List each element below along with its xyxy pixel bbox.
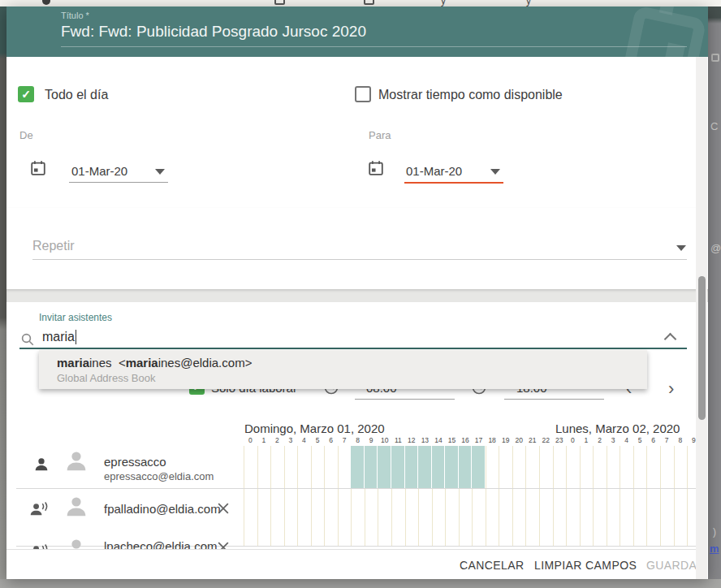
dialog-scrollbar-thumb[interactable] bbox=[698, 276, 706, 420]
clear-fields-button[interactable]: LIMPIAR CAMPOS bbox=[534, 559, 637, 572]
background-text-fragment: @ bbox=[710, 242, 721, 254]
day2-header: Lunes, Marzo 02, 2020 bbox=[555, 422, 680, 435]
from-date-value[interactable]: 01-Mar-20 bbox=[71, 164, 127, 178]
work-end-underline bbox=[504, 399, 604, 400]
invite-attendees-input[interactable]: maria bbox=[42, 330, 76, 344]
suggestion-source: Global Address Book bbox=[57, 372, 155, 384]
to-date-underline-focused bbox=[404, 182, 503, 184]
to-date-caret-icon[interactable] bbox=[490, 169, 500, 175]
autocomplete-dropdown: mariaines <mariaines@eldia.com> Global A… bbox=[39, 350, 647, 389]
calendar-icon[interactable] bbox=[29, 159, 47, 177]
show-as-free-checkbox[interactable] bbox=[355, 86, 371, 102]
screen: y y C @ ) m Título * Fwd: Fwd: Publicida… bbox=[0, 0, 721, 588]
suggestion-match: maria bbox=[57, 356, 89, 370]
background-right-edge: C @ ) m bbox=[708, 0, 721, 588]
repeat-caret-icon[interactable] bbox=[676, 245, 686, 251]
all-day-label: Todo el día bbox=[45, 88, 108, 102]
background-toolbar-fragment bbox=[42, 0, 50, 5]
show-as-free-label: Mostrar tiempo como disponible bbox=[378, 88, 563, 102]
background-toolbar-strip: y y bbox=[0, 0, 721, 6]
from-date-underline bbox=[69, 182, 168, 183]
background-toolbar-fragment bbox=[274, 0, 285, 5]
hour-labels: 0123456789101112131415161718192021222301… bbox=[244, 436, 697, 445]
free-busy-grid[interactable] bbox=[244, 446, 697, 546]
event-edit-dialog: Título * Fwd: Fwd: Publicidad Posgrado J… bbox=[6, 6, 708, 579]
suggestion-rest: ines < bbox=[89, 356, 126, 370]
row-divider bbox=[16, 488, 697, 489]
from-label: De bbox=[19, 129, 33, 141]
voice-person-icon bbox=[29, 499, 49, 519]
attendee-name: epressacco bbox=[104, 455, 166, 469]
background-toolbar-fragment: y bbox=[526, 0, 531, 6]
background-icon-fragment bbox=[711, 54, 719, 62]
background-text-fragment: ) bbox=[713, 526, 716, 538]
suggestion-item[interactable]: mariaines <mariaines@eldia.com> bbox=[57, 356, 252, 370]
event-title-input[interactable]: Fwd: Fwd: Publicidad Posgrado Jursoc 202… bbox=[61, 23, 366, 41]
from-date-caret-icon[interactable] bbox=[155, 169, 165, 175]
background-left-edge bbox=[0, 0, 6, 588]
attendee-email: fpalladino@eldia.com bbox=[104, 502, 221, 516]
to-label: Para bbox=[369, 129, 391, 141]
all-day-checkbox[interactable]: ✓ bbox=[18, 86, 34, 102]
dialog-scrollbar-track[interactable] bbox=[696, 57, 707, 579]
dialog-footer: CANCELAR LIMPIAR CAMPOS GUARDAR bbox=[6, 549, 696, 579]
cancel-button[interactable]: CANCELAR bbox=[460, 559, 524, 572]
organizer-person-icon bbox=[32, 456, 50, 473]
repeat-section: Repetir bbox=[6, 208, 708, 289]
attendees-section: Invitar asistentes maria ✓ Sólo día labo… bbox=[6, 302, 708, 579]
calendar-watermark-icon bbox=[603, 6, 708, 57]
work-start-underline bbox=[355, 399, 455, 400]
background-text-fragment: C bbox=[710, 120, 718, 132]
suggestion-rest: ines@eldia.com> bbox=[158, 356, 253, 370]
calendar-icon[interactable] bbox=[367, 159, 385, 177]
title-field-label: Título * bbox=[61, 11, 89, 20]
repeat-select[interactable]: Repetir bbox=[32, 239, 75, 253]
suggestion-match: maria bbox=[126, 356, 158, 370]
invite-attendees-label: Invitar asistentes bbox=[39, 312, 112, 323]
day1-header: Domingo, Marzo 01, 2020 bbox=[244, 422, 385, 435]
remove-attendee-button[interactable] bbox=[215, 500, 231, 517]
background-toolbar-fragment bbox=[364, 0, 374, 5]
background-link-fragment: m bbox=[710, 543, 719, 555]
background-bottom-edge bbox=[0, 579, 721, 588]
background-toolbar-fragment: y bbox=[441, 0, 446, 6]
repeat-underline bbox=[32, 259, 687, 260]
avatar bbox=[63, 448, 89, 474]
section-divider bbox=[6, 289, 708, 302]
to-date-value[interactable]: 01-Mar-20 bbox=[406, 164, 462, 178]
title-input-underline bbox=[61, 46, 687, 47]
attendee-email: epressacco@eldia.com bbox=[104, 470, 214, 482]
busy-block bbox=[351, 446, 485, 489]
avatar bbox=[63, 494, 89, 520]
collapse-chevron-icon[interactable] bbox=[664, 333, 677, 346]
scheduler-next-icon[interactable]: › bbox=[668, 380, 674, 398]
invite-attendees-underline bbox=[19, 348, 687, 349]
search-icon bbox=[20, 332, 35, 347]
dialog-header: Título * Fwd: Fwd: Publicidad Posgrado J… bbox=[6, 6, 708, 57]
date-options-section: ✓ Todo el día Mostrar tiempo como dispon… bbox=[6, 57, 708, 208]
